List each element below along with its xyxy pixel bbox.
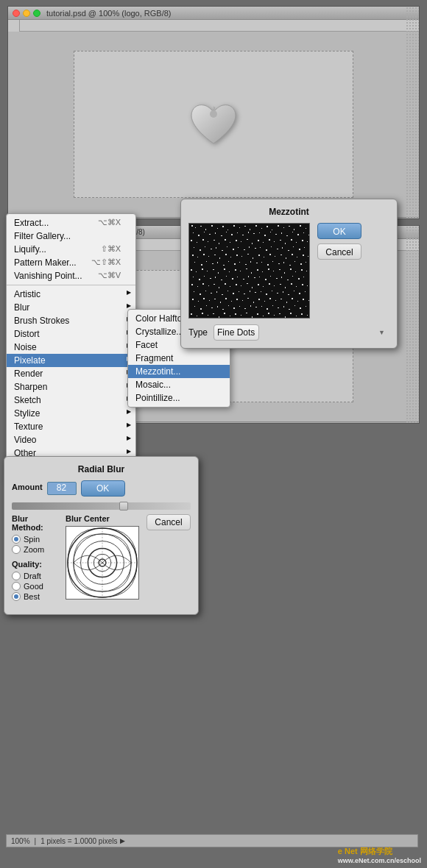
svg-rect-223 bbox=[198, 301, 199, 302]
svg-rect-219 bbox=[299, 293, 300, 294]
svg-rect-74 bbox=[227, 246, 227, 247]
menu-sketch[interactable]: Sketch bbox=[7, 394, 135, 407]
svg-rect-222 bbox=[192, 299, 194, 300]
menu-artistic[interactable]: Artistic bbox=[7, 288, 135, 301]
menu-sharpen[interactable]: Sharpen bbox=[7, 380, 135, 394]
svg-rect-125 bbox=[267, 264, 269, 266]
svg-rect-207 bbox=[233, 293, 234, 294]
submenu-mosaic[interactable]: Mosaic... bbox=[128, 378, 230, 391]
minimize-button[interactable] bbox=[23, 10, 30, 17]
close-button[interactable] bbox=[13, 10, 20, 17]
svg-rect-86 bbox=[293, 246, 294, 247]
filter-menu[interactable]: ⌥⌘X Extract... Filter Gallery... ⇧⌘X Liq… bbox=[6, 213, 136, 481]
svg-rect-147 bbox=[262, 271, 263, 272]
svg-rect-144 bbox=[246, 268, 247, 269]
draft-radio[interactable] bbox=[12, 572, 21, 580]
submenu-fragment[interactable]: Fragment bbox=[128, 352, 230, 365]
radial-blur-ok-button[interactable]: OK bbox=[81, 480, 125, 497]
radial-blur-cancel-button[interactable]: Cancel bbox=[147, 514, 191, 530]
svg-rect-45 bbox=[308, 235, 310, 235]
svg-rect-154 bbox=[301, 269, 303, 271]
type-select[interactable]: Fine Dots bbox=[214, 324, 259, 341]
menu-render[interactable]: Render bbox=[7, 367, 135, 380]
amount-slider[interactable] bbox=[12, 502, 191, 510]
svg-rect-170 bbox=[270, 276, 271, 277]
menu-video[interactable]: Video bbox=[7, 433, 135, 447]
svg-rect-138 bbox=[213, 269, 214, 270]
svg-rect-28 bbox=[215, 232, 216, 234]
svg-rect-52 bbox=[225, 239, 226, 241]
scroll-right-btn-bottom[interactable]: ▶ bbox=[407, 424, 417, 424]
svg-rect-241 bbox=[297, 301, 298, 302]
svg-rect-162 bbox=[226, 276, 227, 277]
svg-rect-81 bbox=[266, 249, 267, 251]
svg-rect-211 bbox=[255, 292, 256, 293]
window-controls[interactable] bbox=[13, 10, 40, 17]
svg-rect-141 bbox=[229, 271, 230, 272]
svg-rect-265 bbox=[309, 308, 310, 309]
menu-noise[interactable]: Noise bbox=[7, 341, 135, 354]
svg-rect-113 bbox=[201, 264, 202, 266]
menu-liquify[interactable]: ⇧⌘X Liquify... bbox=[7, 243, 135, 256]
submenu-pointillize[interactable]: Pointillize... bbox=[128, 391, 230, 405]
svg-rect-175 bbox=[298, 278, 300, 280]
scroll-right-btn[interactable]: ▶ bbox=[407, 219, 417, 220]
menu-texture[interactable]: Texture bbox=[7, 420, 135, 433]
draft-radio-item[interactable]: Draft bbox=[12, 572, 58, 580]
mezzotint-noise-svg bbox=[189, 224, 310, 319]
mezzotint-cancel-button[interactable]: Cancel bbox=[317, 243, 361, 260]
svg-rect-284 bbox=[290, 313, 292, 314]
menu-vanishing-point[interactable]: ⌥⌘V Vanishing Point... bbox=[7, 269, 135, 282]
svg-rect-96 bbox=[225, 254, 227, 255]
svg-rect-99 bbox=[241, 256, 242, 257]
menu-extract[interactable]: ⌥⌘X Extract... bbox=[7, 216, 135, 230]
svg-rect-128 bbox=[283, 262, 284, 263]
svg-rect-100 bbox=[247, 254, 249, 255]
svg-rect-6 bbox=[211, 225, 213, 227]
spin-radio-item[interactable]: Spin bbox=[12, 535, 58, 544]
menu-distort[interactable]: Distort bbox=[7, 327, 135, 341]
menu-stylize[interactable]: Stylize bbox=[7, 407, 135, 420]
svg-rect-71 bbox=[211, 249, 212, 249]
svg-rect-286 bbox=[301, 313, 303, 315]
svg-rect-214 bbox=[272, 291, 272, 291]
svg-rect-264 bbox=[306, 306, 306, 307]
menu-pixelate[interactable]: Pixelate bbox=[7, 354, 135, 367]
svg-rect-137 bbox=[207, 271, 208, 271]
svg-rect-60 bbox=[269, 239, 270, 241]
svg-rect-177 bbox=[309, 279, 310, 280]
svg-rect-55 bbox=[241, 241, 241, 242]
blur-method-label: Blur Method: bbox=[12, 514, 58, 532]
svg-rect-189 bbox=[252, 287, 253, 288]
zoom-level: 100% bbox=[11, 837, 30, 845]
blur-center-preview[interactable] bbox=[66, 526, 139, 600]
good-radio-item[interactable]: Good bbox=[12, 582, 58, 591]
submenu-mezzotint[interactable]: Mezzotint... bbox=[128, 365, 230, 378]
best-radio-item[interactable]: Best bbox=[12, 592, 58, 601]
menu-blur[interactable]: Blur bbox=[7, 301, 135, 314]
best-radio[interactable] bbox=[12, 592, 21, 601]
spin-radio[interactable] bbox=[12, 535, 21, 544]
svg-rect-127 bbox=[278, 263, 280, 264]
svg-rect-251 bbox=[233, 307, 235, 309]
type-select-wrapper[interactable]: Fine Dots bbox=[214, 324, 389, 341]
svg-rect-114 bbox=[206, 261, 207, 262]
amount-input[interactable]: 82 bbox=[47, 482, 77, 495]
menu-brush-strokes[interactable]: Brush Strokes bbox=[7, 314, 135, 327]
menu-pattern-maker[interactable]: ⌥⇧⌘X Pattern Maker... bbox=[7, 256, 135, 269]
blur-center-panel: Blur Center bbox=[66, 514, 139, 600]
svg-rect-75 bbox=[233, 249, 234, 250]
svg-rect-61 bbox=[274, 241, 275, 242]
zoom-radio-item[interactable]: Zoom bbox=[12, 545, 58, 554]
good-radio[interactable] bbox=[12, 582, 21, 591]
radial-controls: Blur Method: Spin Zoom Quality: Draft bbox=[12, 514, 58, 607]
mezzotint-ok-button[interactable]: OK bbox=[317, 223, 361, 239]
menu-filter-gallery[interactable]: Filter Gallery... bbox=[7, 230, 135, 243]
maximize-button[interactable] bbox=[33, 10, 40, 17]
zoom-radio[interactable] bbox=[12, 545, 21, 554]
svg-rect-252 bbox=[239, 306, 240, 307]
slider-thumb[interactable] bbox=[119, 502, 128, 511]
svg-rect-257 bbox=[267, 308, 268, 310]
filter-menu-popup[interactable]: ⌥⌘X Extract... Filter Gallery... ⇧⌘X Liq… bbox=[6, 213, 136, 481]
svg-rect-23 bbox=[306, 228, 306, 229]
